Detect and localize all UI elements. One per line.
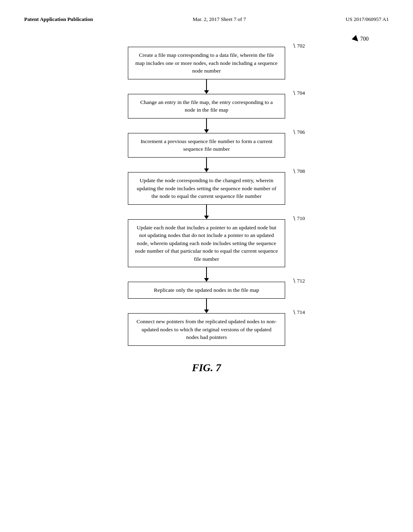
connector-6-line: [206, 299, 207, 310]
diagram-header: ▶ 700: [24, 35, 389, 47]
connector-5-line: [206, 267, 207, 278]
header-center: Mar. 2, 2017 Sheet 7 of 7: [193, 16, 246, 23]
header-right: US 2017/060957 A1: [346, 16, 389, 23]
step-710-text: Update each node that includes a pointer…: [135, 224, 278, 262]
label-700: 700: [360, 36, 369, 42]
connector-1-arrow: [204, 90, 209, 94]
step-708-box: ∖ 708 Update the node corresponding to t…: [128, 172, 285, 205]
connector-5: [204, 267, 209, 282]
step-714-box: ∖ 714 Connect new pointers from the repl…: [128, 313, 285, 346]
step-706-text: Increment a previous sequence file numbe…: [140, 138, 272, 152]
step-704-text: Change an entry in the file map, the ent…: [140, 99, 273, 113]
connector-6: [204, 299, 209, 313]
header: Patent Application Publication Mar. 2, 2…: [24, 16, 389, 23]
connector-2-arrow: [204, 129, 209, 133]
step-714-label: ∖ 714: [292, 309, 305, 316]
step-706-box: ∖ 706 Increment a previous sequence file…: [128, 133, 285, 158]
connector-3-arrow: [204, 168, 209, 172]
step-704-label: ∖ 704: [292, 89, 305, 97]
step-710-box: ∖ 710 Update each node that includes a p…: [128, 219, 285, 268]
fig-label-text: FIG. 7: [192, 362, 221, 374]
connector-4-line: [206, 205, 207, 216]
connector-4: [204, 205, 209, 219]
step-710-label: ∖ 710: [292, 215, 305, 222]
step-708-label: ∖ 708: [292, 168, 305, 175]
connector-2-line: [206, 118, 207, 129]
connector-1-line: [206, 79, 207, 90]
step-712-row: ∖ 712 Replicate only the updated nodes i…: [128, 282, 285, 299]
step-702-row: ∖ 702 Create a file map corresponding to…: [128, 47, 285, 79]
header-left: Patent Application Publication: [24, 16, 93, 23]
connector-1: [204, 79, 209, 94]
arrow-700-icon: ▶: [351, 34, 361, 44]
page: Patent Application Publication Mar. 2, 2…: [0, 0, 413, 532]
connector-4-arrow: [204, 216, 209, 219]
step-714-row: ∖ 714 Connect new pointers from the repl…: [128, 313, 285, 346]
step-710-row: ∖ 710 Update each node that includes a p…: [128, 219, 285, 268]
flowchart-diagram: ▶ 700 ∖ 702 Create a file map correspond…: [24, 35, 389, 346]
step-706-row: ∖ 706 Increment a previous sequence file…: [128, 133, 285, 158]
step-702-text: Create a file map corresponding to a dat…: [136, 52, 278, 74]
figure-label: FIG. 7: [24, 362, 389, 374]
step-702-label: ∖ 702: [292, 42, 305, 50]
step-712-label: ∖ 712: [292, 277, 305, 285]
connector-3: [204, 158, 209, 172]
step-708-text: Update the node corresponding to the cha…: [137, 177, 276, 199]
step-702-box: ∖ 702 Create a file map corresponding to…: [128, 47, 285, 79]
connector-3-line: [206, 158, 207, 168]
connector-6-arrow: [204, 310, 209, 313]
publication-label: Patent Application Publication: [24, 16, 93, 22]
step-708-row: ∖ 708 Update the node corresponding to t…: [128, 172, 285, 205]
step-712-text: Replicate only the updated nodes in the …: [154, 287, 259, 293]
date-sheet-label: Mar. 2, 2017 Sheet 7 of 7: [193, 16, 246, 22]
patent-number-label: US 2017/060957 A1: [346, 16, 389, 22]
step-704-box: ∖ 704 Change an entry in the file map, t…: [128, 94, 285, 118]
step-714-text: Connect new pointers from the replicated…: [137, 318, 277, 340]
step-706-label: ∖ 706: [292, 129, 305, 136]
step-712-box: ∖ 712 Replicate only the updated nodes i…: [128, 282, 285, 299]
connector-5-arrow: [204, 278, 209, 282]
connector-2: [204, 118, 209, 133]
flow-700-label: ▶ 700: [353, 35, 369, 44]
step-704-row: ∖ 704 Change an entry in the file map, t…: [128, 94, 285, 118]
